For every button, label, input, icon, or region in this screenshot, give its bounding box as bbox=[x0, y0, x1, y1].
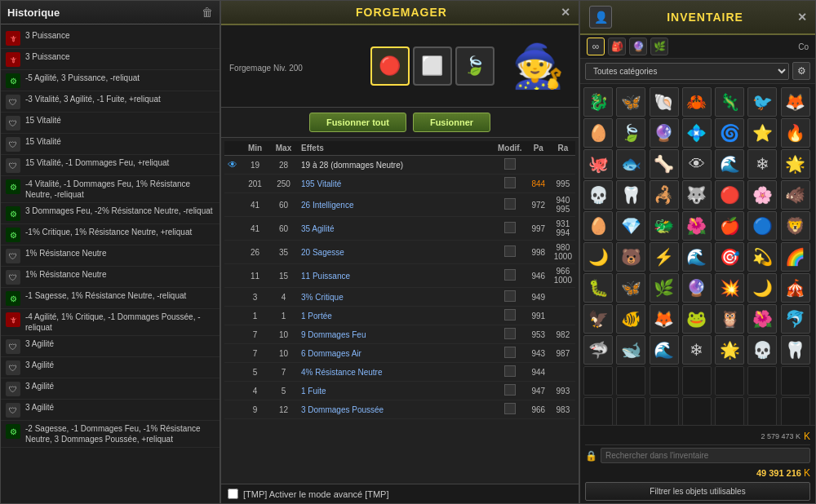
inventory-item[interactable]: 🐻 bbox=[616, 242, 645, 272]
inventory-item[interactable]: 🌸 bbox=[747, 180, 777, 210]
hist-item[interactable]: ⚙ -2 Sagesse, -1 Dommages Feu, -1% Résis… bbox=[1, 421, 220, 448]
inventory-item[interactable]: 🐠 bbox=[616, 304, 645, 334]
hist-item[interactable]: 🛡 3 Agilité bbox=[1, 378, 220, 400]
inventory-item[interactable]: 💠 bbox=[682, 118, 712, 148]
inventory-item[interactable]: 💀 bbox=[583, 180, 613, 210]
forgemager-close-button[interactable]: ✕ bbox=[561, 6, 570, 19]
inventory-item[interactable]: 🌺 bbox=[747, 304, 777, 334]
inventory-item[interactable]: 🐉 bbox=[583, 87, 613, 117]
forge-stat-row[interactable]: 3 4 3% Critique 949 bbox=[224, 288, 575, 307]
inv-nature-button[interactable]: 🌿 bbox=[650, 38, 668, 55]
inventory-item[interactable] bbox=[747, 366, 777, 396]
inventory-item[interactable]: 🐚 bbox=[650, 87, 679, 117]
inventory-item[interactable] bbox=[583, 366, 613, 396]
inventory-search-input[interactable] bbox=[601, 448, 810, 463]
inventory-item[interactable] bbox=[781, 366, 810, 396]
hist-item[interactable]: 🛡 3 Agilité bbox=[1, 336, 220, 357]
inventory-item[interactable]: 🐟 bbox=[616, 149, 645, 179]
inventory-item[interactable]: ⚡ bbox=[650, 242, 679, 272]
inventory-item[interactable]: 🔥 bbox=[781, 118, 810, 148]
inventory-item[interactable]: 🦊 bbox=[781, 87, 810, 117]
inventory-item[interactable] bbox=[715, 397, 744, 425]
inventory-item[interactable]: 🥚 bbox=[583, 211, 613, 241]
hist-item[interactable]: 🗡 -4 Agilité, 1% Critique, -1 Dommages P… bbox=[1, 309, 220, 336]
inventory-item[interactable]: 💫 bbox=[747, 242, 777, 272]
hist-item[interactable]: 🛡 3 Agilité bbox=[1, 357, 220, 378]
forge-slot-2[interactable]: ⬜ bbox=[413, 46, 452, 86]
eye-icon[interactable]: 👁 bbox=[228, 159, 237, 170]
inventory-item[interactable]: 🍎 bbox=[715, 211, 744, 241]
inventory-item[interactable]: 💀 bbox=[747, 335, 777, 365]
category-select[interactable]: Toutes catégories bbox=[585, 63, 789, 80]
fusionner-tout-button[interactable]: Fusionner tout bbox=[309, 113, 406, 132]
inventory-item[interactable]: 🌟 bbox=[781, 149, 810, 179]
inventory-item[interactable]: ❄ bbox=[747, 149, 777, 179]
inventory-item[interactable]: 🔵 bbox=[747, 211, 777, 241]
hist-item[interactable]: 🗡 3 Puissance bbox=[1, 49, 220, 70]
inventory-item[interactable]: 🦂 bbox=[650, 180, 679, 210]
inventory-item[interactable] bbox=[682, 366, 712, 396]
forge-slot-1[interactable]: 🔴 bbox=[370, 46, 410, 86]
hist-item[interactable]: 🛡 1% Résistance Neutre bbox=[1, 267, 220, 288]
inventory-item[interactable]: 🦈 bbox=[583, 335, 613, 365]
inventory-item[interactable]: 👁 bbox=[682, 149, 712, 179]
inventory-item[interactable]: 🌊 bbox=[650, 335, 679, 365]
inventory-item[interactable]: 🌈 bbox=[781, 242, 810, 272]
inventory-item[interactable]: 💎 bbox=[616, 211, 645, 241]
fusionner-button[interactable]: Fusionner bbox=[413, 113, 490, 132]
inventory-item[interactable]: 🌟 bbox=[715, 335, 744, 365]
hist-item[interactable]: 🛡 1% Résistance Neutre bbox=[1, 245, 220, 267]
inventory-item[interactable]: ⭐ bbox=[747, 118, 777, 148]
inventory-item[interactable]: 🐦 bbox=[747, 87, 777, 117]
hist-item[interactable]: 🛡 -3 Vitalité, 3 Agilité, -1 Fuite, +rel… bbox=[1, 91, 220, 113]
inventory-item[interactable]: 🎯 bbox=[715, 242, 744, 272]
forge-stat-row[interactable]: 5 7 4% Résistance Neutre 944 bbox=[224, 363, 575, 382]
inventory-item[interactable]: 🌺 bbox=[682, 211, 712, 241]
inventory-item[interactable] bbox=[650, 397, 679, 425]
hist-item[interactable]: ⚙ 3 Dommages Feu, -2% Résistance Neutre,… bbox=[1, 203, 220, 224]
inv-infinity-button[interactable]: ∞ bbox=[587, 38, 605, 55]
inventory-item[interactable] bbox=[650, 366, 679, 396]
hist-item[interactable]: 🛡 15 Vitalité, -1 Dommages Feu, +reliqua… bbox=[1, 155, 220, 176]
inventory-item[interactable]: 🌊 bbox=[682, 242, 712, 272]
inventory-item[interactable]: 🦋 bbox=[616, 87, 645, 117]
inventaire-close-button[interactable]: ✕ bbox=[797, 11, 807, 24]
hist-item[interactable]: 🛡 15 Vitalité bbox=[1, 134, 220, 155]
forge-stat-row[interactable]: 41 60 35 Agilité 997 931 994 bbox=[224, 217, 575, 241]
inventory-item[interactable]: ❄ bbox=[682, 335, 712, 365]
inventory-item[interactable]: 🐋 bbox=[616, 335, 645, 365]
hist-item[interactable]: ⚙ -4 Vitalité, -1 Dommages Feu, 1% Résis… bbox=[1, 176, 220, 203]
inventory-item[interactable]: 🐺 bbox=[682, 180, 712, 210]
forge-stat-row[interactable]: 201 250 195 Vitalité 844 995 bbox=[224, 175, 575, 193]
inventory-item[interactable]: 🦁 bbox=[781, 211, 810, 241]
inventory-item[interactable]: 🐗 bbox=[781, 180, 810, 210]
inv-settings-button[interactable]: ⚙ bbox=[792, 62, 810, 80]
hist-item[interactable]: 🗡 3 Puissance bbox=[1, 28, 220, 49]
inventory-item[interactable]: 🐸 bbox=[682, 304, 712, 334]
inv-bag-button[interactable]: 🎒 bbox=[608, 38, 626, 55]
inventory-item[interactable] bbox=[747, 397, 777, 425]
inventory-item[interactable]: 🔴 bbox=[715, 180, 744, 210]
hist-item[interactable]: ⚙ -5 Agilité, 3 Puissance, -reliquat bbox=[1, 70, 220, 91]
forge-stat-row[interactable]: 7 10 9 Dommages Feu 953 982 bbox=[224, 325, 575, 344]
inventory-item[interactable]: 🦷 bbox=[616, 180, 645, 210]
hist-item[interactable]: ⚙ -1 Sagesse, 1% Résistance Neutre, -rel… bbox=[1, 288, 220, 309]
hist-item[interactable]: ⚙ -1% Critique, 1% Résistance Neutre, +r… bbox=[1, 224, 220, 245]
inventory-item[interactable]: 🦅 bbox=[583, 304, 613, 334]
inventory-item[interactable]: 🔮 bbox=[682, 273, 712, 303]
forge-stat-row[interactable]: 11 15 11 Puissance 946 966 1000 bbox=[224, 264, 575, 288]
inventory-item[interactable]: 🦷 bbox=[781, 335, 810, 365]
inventory-item[interactable]: 🦴 bbox=[650, 149, 679, 179]
inventory-item[interactable]: 🐙 bbox=[583, 149, 613, 179]
inventory-item[interactable] bbox=[583, 397, 613, 425]
forge-stat-row[interactable]: 4 5 1 Fuite 947 993 bbox=[224, 382, 575, 400]
forge-slot-3[interactable]: 🍃 bbox=[455, 46, 494, 86]
inventory-item[interactable]: 🦋 bbox=[616, 273, 645, 303]
forge-stat-row[interactable]: 1 1 1 Portée 991 bbox=[224, 307, 575, 325]
forge-stat-row[interactable]: 9 12 3 Dommages Poussée 966 983 bbox=[224, 400, 575, 419]
inventory-item[interactable]: 🐬 bbox=[781, 304, 810, 334]
inventory-item[interactable]: 🌊 bbox=[715, 149, 744, 179]
inventory-item[interactable]: 🦀 bbox=[682, 87, 712, 117]
filter-usable-button[interactable]: Filtrer les objets utilisables bbox=[585, 482, 810, 501]
inventory-item[interactable] bbox=[715, 366, 744, 396]
